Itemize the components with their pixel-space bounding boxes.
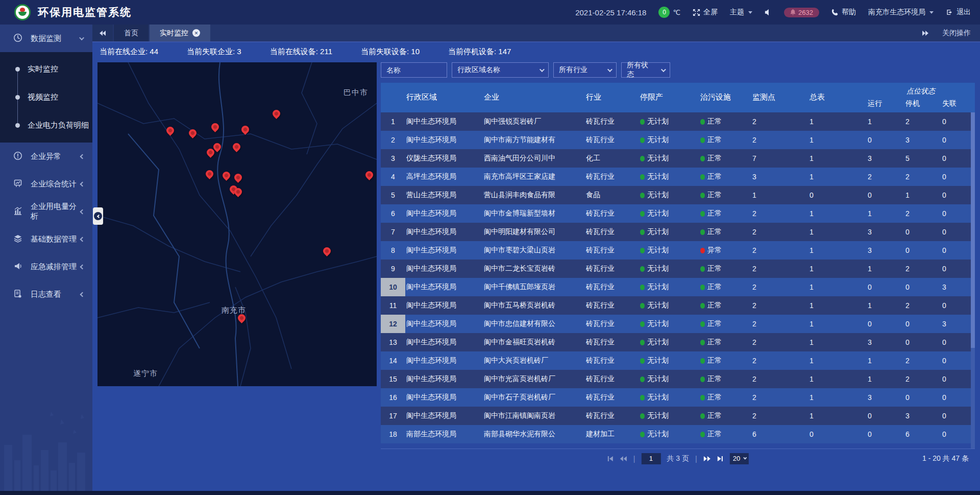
sidebar-item-1[interactable]: 企业异常: [0, 143, 92, 170]
cell-region: 阆中生态环境局: [405, 296, 483, 315]
cell-facility-status: 正常: [699, 278, 751, 296]
table-row[interactable]: 10阆中生态环境局阆中千佛镇五郎垭页岩砖瓦行业无计划正常21003: [381, 278, 975, 296]
name-search-field[interactable]: [381, 62, 447, 78]
table-row[interactable]: 18南部生态环境局南部县砌华水泥有限公建材加工无计划正常60060: [381, 425, 975, 443]
status-dot-icon: [700, 174, 705, 180]
table-row[interactable]: 2阆中生态环境局阆中市南方节能建材有砖瓦行业无计划正常21030: [381, 131, 975, 149]
sidebar-item-3[interactable]: 企业用电量分析: [0, 198, 92, 225]
table-row[interactable]: 17阆中生态环境局阆中市江南镇阆南页岩砖瓦行业无计划正常21030: [381, 407, 975, 425]
cell-lost-count: 0: [941, 186, 975, 204]
table-body: 1阆中生态环境局阆中强锐页岩砖厂砖瓦行业无计划正常211202阆中生态环境局阆中…: [381, 112, 975, 449]
sidebar-item-0[interactable]: 数据监测: [0, 25, 92, 52]
cell-running-count: 0: [867, 315, 904, 333]
cell-running-count: 0: [867, 131, 904, 149]
chevron-icon: [80, 181, 85, 186]
app-logo: [14, 4, 31, 20]
map-panel[interactable]: 巴中市南充市遂宁市: [97, 62, 377, 386]
tabs-scroll-left-button[interactable]: [92, 25, 113, 41]
cell-facility-status: 正常: [699, 168, 751, 186]
sidebar-subitem[interactable]: 实时监控: [0, 55, 92, 83]
col-lost: 失联: [941, 96, 975, 111]
col-region: 行政区域: [405, 83, 483, 111]
cell-monitor-count: 7: [751, 149, 808, 168]
table-scrollbar[interactable]: [971, 112, 975, 449]
next-page-button[interactable]: [703, 456, 711, 462]
page-number-input[interactable]: 1: [641, 453, 660, 464]
notification-badge[interactable]: 2632: [784, 8, 819, 17]
industry-select[interactable]: 所有行业: [553, 62, 617, 78]
sidebar-item-2[interactable]: 企业综合统计: [0, 170, 92, 198]
cell-region: 高坪生态环境局: [405, 168, 483, 186]
cell-region: 阆中生态环境局: [405, 260, 483, 278]
table-row[interactable]: 6阆中生态环境局阆中市金博瑞新型墙材砖瓦行业无计划正常21120: [381, 204, 975, 223]
fullscreen-button[interactable]: 全屏: [693, 8, 718, 17]
cell-stop-status: 无计划: [639, 407, 699, 425]
cell-industry: 砖瓦行业: [585, 241, 639, 260]
chevron-icon: [80, 237, 85, 242]
chart-icon: [13, 206, 23, 217]
table-row[interactable]: 1阆中生态环境局阆中强锐页岩砖厂砖瓦行业无计划正常21120: [381, 112, 975, 131]
cell-lost-count: 0: [941, 223, 975, 241]
table-row[interactable]: 4高坪生态环境局南充市高坪区王家店建砖瓦行业无计划正常31220: [381, 168, 975, 186]
table-row[interactable]: 9阆中生态环境局阆中市二龙长宝页岩砖砖瓦行业无计划正常21120: [381, 260, 975, 278]
cell-halted-count: 3: [904, 407, 941, 425]
close-operations-button[interactable]: 关闭操作: [942, 29, 971, 38]
last-page-button[interactable]: [717, 456, 724, 462]
cell-industry: 建材加工: [585, 425, 639, 443]
cell-halted-count: 2: [904, 260, 941, 278]
cell-meter-count: 0: [808, 425, 867, 443]
cell-facility-status: 正常: [699, 223, 751, 241]
org-dropdown[interactable]: 南充市生态环境局: [868, 8, 934, 17]
tab-realtime-monitor[interactable]: 实时监控 ✕: [150, 25, 210, 41]
cell-meter-count: 1: [808, 315, 867, 333]
table-row[interactable]: 8阆中生态环境局阆中市枣碧大梁山页岩砖瓦行业无计划异常21300: [381, 241, 975, 260]
region-select[interactable]: 行政区域名称: [452, 62, 549, 78]
table-row[interactable]: 5营山生态环境局营山县润丰肉食品有限食品无计划正常10010: [381, 186, 975, 204]
cell-meter-count: 1: [808, 278, 867, 296]
stats-bar: 当前在线企业: 44当前失联企业: 3当前在线设备: 211当前失联设备: 10…: [92, 42, 980, 61]
page-size-select[interactable]: 20: [730, 453, 749, 464]
tab-close-icon[interactable]: ✕: [192, 29, 200, 37]
page-size-value: 20: [733, 455, 740, 462]
cell-monitor-count: 3: [751, 168, 808, 186]
map-collapse-handle[interactable]: [93, 207, 103, 225]
org-label: 南充市生态环境局: [868, 8, 925, 17]
table-row[interactable]: 7阆中生态环境局阆中明阳建材有限公司砖瓦行业无计划正常21300: [381, 223, 975, 241]
cell-stop-status: 无计划: [639, 223, 699, 241]
bottom-strip: [0, 491, 980, 495]
tab-bar: 首页 实时监控 ✕ 关闭操作: [92, 25, 980, 42]
sidebar-subitem[interactable]: 企业电力负荷明细: [0, 111, 92, 139]
theme-dropdown[interactable]: 主题: [730, 8, 752, 17]
cell-monitor-count: 2: [751, 241, 808, 260]
prev-page-button[interactable]: [620, 456, 627, 462]
table-row[interactable]: 14阆中生态环境局阆中大兴页岩机砖厂砖瓦行业无计划正常21120: [381, 351, 975, 370]
cell-lost-count: 0: [941, 370, 975, 388]
logout-button[interactable]: 退出: [946, 8, 971, 17]
sidebar-item-4[interactable]: 基础数据管理: [0, 225, 92, 253]
table-row[interactable]: 16阆中生态环境局阆中市石子页岩机砖厂砖瓦行业无计划正常21300: [381, 388, 975, 407]
name-search-input[interactable]: [386, 66, 442, 74]
status-dot-icon: [640, 193, 645, 198]
cell-row-number: 4: [381, 168, 405, 186]
cell-meter-count: 0: [808, 186, 867, 204]
table-row[interactable]: 11阆中生态环境局阆中市五马桥页岩机砖砖瓦行业无计划正常21120: [381, 296, 975, 315]
table-row[interactable]: 12阆中生态环境局阆中市忠信建材有限公砖瓦行业无计划正常21003: [381, 315, 975, 333]
sidebar-item-6[interactable]: 日志查看: [0, 280, 92, 308]
double-right-icon[interactable]: [922, 30, 929, 36]
table-row[interactable]: 3仪陇生态环境局西南油气田分公司川中化工无计划正常71350: [381, 149, 975, 168]
cell-region: 阆中生态环境局: [405, 131, 483, 149]
cell-company: 阆中市金博瑞新型墙材: [483, 204, 585, 223]
table-row[interactable]: 13阆中生态环境局阆中市金福旺页岩机砖砖瓦行业无计划正常21300: [381, 333, 975, 351]
first-page-button[interactable]: [607, 456, 614, 462]
cell-facility-status: 正常: [699, 407, 751, 425]
sidebar-subitem[interactable]: 视频监控: [0, 83, 92, 111]
help-button[interactable]: 帮助: [831, 8, 856, 17]
cell-stop-status: 无计划: [639, 333, 699, 351]
sidebar-item-5[interactable]: 应急减排管理: [0, 253, 92, 280]
table-row[interactable]: 15阆中生态环境局阆中市光富页岩机砖厂砖瓦行业无计划正常21120: [381, 370, 975, 388]
cell-meter-count: 1: [808, 131, 867, 149]
sound-toggle[interactable]: [765, 9, 772, 16]
tab-home[interactable]: 首页: [114, 25, 149, 41]
cell-lost-count: 0: [941, 204, 975, 223]
status-select[interactable]: 所有状态: [621, 62, 670, 78]
